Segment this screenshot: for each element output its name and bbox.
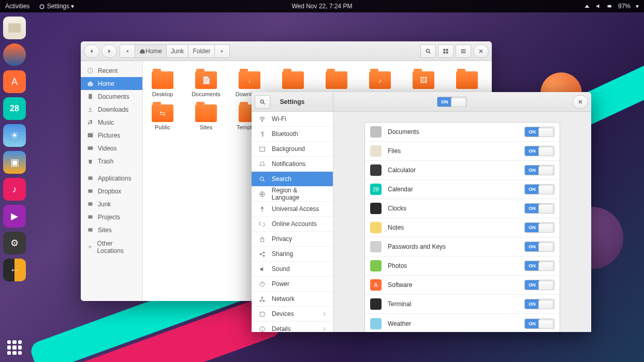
toggle-label: ON: [525, 261, 539, 270]
breadcrumb-junk[interactable]: Junk: [166, 44, 188, 58]
sidebar-downloads[interactable]: Downloads: [81, 103, 142, 116]
close-button[interactable]: [573, 95, 588, 109]
sidebar-home[interactable]: Home: [81, 77, 142, 90]
dock-video-icon[interactable]: ▶: [3, 205, 26, 228]
sidebar-junk[interactable]: Junk: [81, 198, 142, 210]
settings-sidebar-bluetooth[interactable]: Bluetooth: [252, 127, 333, 142]
sidebar-dropbox[interactable]: Dropbox: [81, 185, 142, 198]
dock-files-icon[interactable]: [3, 17, 26, 39]
dock-calculator-icon[interactable]: +−: [3, 259, 26, 281]
dock-weather-icon[interactable]: ☀: [3, 124, 26, 147]
settings-sidebar-universal[interactable]: Universal Access: [252, 202, 333, 217]
activities-button[interactable]: Activities: [5, 3, 30, 10]
system-menu-chevron[interactable]: ▾: [636, 3, 639, 10]
files-headerbar: Home Junk Folder: [81, 41, 492, 61]
provider-toggle[interactable]: ON: [524, 146, 554, 156]
settings-sidebar-wifi[interactable]: Wi-Fi: [252, 112, 333, 127]
settings-sidebar-details[interactable]: Details: [252, 322, 333, 332]
sidebar-recent[interactable]: Recent: [81, 64, 142, 77]
network-icon[interactable]: [584, 3, 590, 9]
provider-toggle[interactable]: ON: [524, 127, 554, 137]
settings-sidebar-privacy[interactable]: Privacy: [252, 232, 333, 247]
settings-sidebar-power[interactable]: Power: [252, 277, 333, 292]
nav-back-button[interactable]: [84, 44, 99, 58]
dock-calendar-icon[interactable]: 28: [3, 97, 26, 120]
folder-item[interactable]: 📄Documents: [192, 68, 221, 97]
folder-item[interactable]: Desktop: [148, 68, 177, 97]
sidebar-sites[interactable]: Sites: [81, 223, 142, 236]
provider-toggle[interactable]: ON: [524, 280, 554, 290]
dock-browser-icon[interactable]: [3, 43, 26, 66]
provider-toggle[interactable]: ON: [524, 165, 554, 175]
sidebar-other-locations[interactable]: Other Locations: [81, 240, 142, 253]
sidebar-music[interactable]: Music: [81, 116, 142, 129]
settings-sidebar-sharing[interactable]: Sharing: [252, 247, 333, 262]
provider-toggle[interactable]: ON: [524, 261, 554, 271]
close-button[interactable]: [473, 44, 489, 58]
settings-sidebar-notifications[interactable]: Notifications: [252, 157, 333, 172]
settings-sidebar-region[interactable]: Region & Language: [252, 187, 333, 202]
dock-settings-icon[interactable]: ⚙: [3, 232, 26, 254]
breadcrumb-prev[interactable]: [120, 44, 135, 58]
sidebar-pictures[interactable]: Pictures: [81, 129, 142, 142]
breadcrumb-folder[interactable]: Folder: [188, 44, 215, 58]
settings-sidebar-sound[interactable]: Sound: [252, 262, 333, 277]
breadcrumb-next[interactable]: [214, 44, 230, 58]
settings-sidebar-online[interactable]: Online Accounts: [252, 217, 333, 232]
search-provider-row: Passwords and KeysON: [365, 237, 560, 257]
sidebar-videos[interactable]: Videos: [81, 142, 142, 155]
settings-sidebar-search[interactable]: Search: [252, 172, 333, 187]
provider-toggle[interactable]: ON: [524, 319, 554, 329]
provider-toggle[interactable]: ON: [524, 242, 554, 252]
settings-sidebar: Wi-FiBluetoothBackgroundNotificationsSea…: [252, 112, 333, 332]
dock-software-icon[interactable]: A: [3, 70, 26, 93]
settings-sidebar-network[interactable]: Network: [252, 292, 333, 307]
clocks-icon: [370, 203, 382, 214]
search-icon: [259, 176, 266, 183]
sidebar-item-label: Home: [98, 80, 114, 87]
folder-item[interactable]: ⇆Public: [148, 101, 177, 130]
search-provider-row: ClocksON: [365, 199, 560, 218]
provider-toggle[interactable]: ON: [524, 184, 554, 194]
toggle-label: ON: [525, 319, 539, 328]
app-menu[interactable]: Settings ▾: [39, 3, 74, 10]
svg-rect-29: [260, 312, 264, 316]
sidebar-documents[interactable]: Documents: [81, 90, 142, 103]
folder-item[interactable]: Sites: [192, 101, 221, 130]
view-grid-button[interactable]: [438, 44, 453, 58]
sidebar-trash[interactable]: Trash: [81, 155, 142, 168]
svg-point-24: [263, 255, 265, 257]
settings-headerbar: Settings Search ON: [252, 92, 591, 112]
volume-icon[interactable]: [595, 3, 602, 9]
svg-rect-5: [444, 51, 446, 53]
battery-icon[interactable]: [607, 3, 613, 9]
settings-search-button[interactable]: [255, 95, 270, 109]
sidebar-item-label: Projects: [98, 214, 120, 221]
provider-label: Software: [388, 281, 518, 289]
svg-point-18: [260, 177, 264, 180]
provider-label: Passwords and Keys: [388, 243, 518, 250]
sidebar-applications[interactable]: Applications: [81, 172, 142, 185]
close-icon: [478, 48, 484, 54]
settings-sidebar-devices[interactable]: Devices: [252, 307, 333, 322]
clock[interactable]: Wed Nov 22, 7:24 PM: [291, 3, 352, 10]
toggle-label: ON: [437, 97, 452, 107]
svg-rect-8: [89, 94, 92, 99]
provider-toggle[interactable]: ON: [524, 203, 554, 214]
show-applications-button[interactable]: [7, 340, 22, 355]
settings-sidebar-background[interactable]: Background: [252, 142, 333, 157]
breadcrumb-home[interactable]: Home: [135, 44, 167, 58]
nav-forward-button[interactable]: [101, 44, 117, 58]
hamburger-menu-button[interactable]: [456, 44, 471, 58]
dock-photos-icon[interactable]: ▣: [3, 151, 26, 174]
svg-rect-12: [88, 189, 92, 193]
provider-toggle[interactable]: ON: [524, 222, 554, 233]
sidebar-item-label: Wi-Fi: [272, 115, 286, 123]
search-button[interactable]: [420, 44, 436, 58]
provider-toggle[interactable]: ON: [524, 299, 554, 309]
sidebar-projects[interactable]: Projects: [81, 210, 142, 223]
search-master-toggle[interactable]: ON: [437, 97, 467, 107]
sharing-icon: [259, 251, 266, 258]
dock-music-icon[interactable]: ♪: [3, 178, 26, 201]
passwords-icon: [370, 241, 382, 252]
